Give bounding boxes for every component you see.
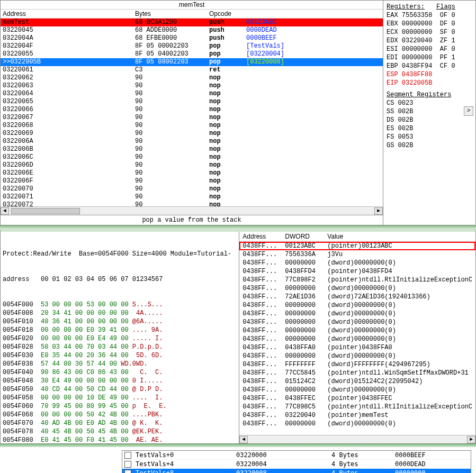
- stack-row[interactable]: 0438FF...00000000(dword)00000000(0): [239, 386, 475, 394]
- stack-row[interactable]: 0438FF...00000000(dword)00000000(0): [239, 420, 475, 428]
- disasm-row[interactable]: >>0322005B8F 05 08002203pop[03220008]: [1, 58, 383, 66]
- stack-rows[interactable]: 0438FF...00123ABC(pointer)00123ABC0438FF…: [239, 242, 475, 435]
- checkbox[interactable]: [124, 470, 131, 474]
- protect-line: Protect:Read/Write Base=0054F000 Size=40…: [3, 250, 237, 258]
- disasm-row[interactable]: 0322004A68 EFBE0000push0000BEEF: [1, 34, 383, 42]
- stack-row[interactable]: 0438FF...7556336Aj3Vu: [239, 250, 475, 259]
- register-row: EDX 03220040 ZF 1: [387, 37, 472, 45]
- segment-heading: Segment Registers: [387, 90, 472, 99]
- stack-row[interactable]: 0438FF...00000000(dword)00000000(0): [239, 318, 475, 326]
- stack-row[interactable]: 0438FF...00000000(dword)00000000(0): [239, 326, 475, 335]
- hex-row[interactable]: 0054F010 40 36 41 00 00 00 00 00 @6A....…: [3, 317, 237, 326]
- scroll-right-icon[interactable]: ►: [467, 436, 475, 443]
- disasm-row[interactable]: 0322006D90nop: [1, 161, 383, 169]
- disasm-row[interactable]: 0322006F90nop: [1, 177, 383, 185]
- register-row: EBX 00000000 DF 0: [387, 20, 472, 28]
- addrlist-row[interactable]: TestVals+4032200044 Bytes0000DEAD: [122, 460, 471, 469]
- disasm-hscroll[interactable]: ◄ ►: [1, 206, 383, 215]
- addrlist-row[interactable]: TestVals+0032200004 Bytes0000BEEF: [122, 451, 471, 460]
- stack-row[interactable]: 0438FF...0438FFD4(pointer)0438FFD4: [239, 267, 475, 276]
- stack-row[interactable]: 0438FF...03220040(pointer)memTest: [239, 411, 475, 420]
- disasm-row[interactable]: memTest68 BC3A1200push00123ABC: [1, 19, 383, 26]
- stack-row[interactable]: 0438FF...77C898C5(pointer)ntdll.RtlIniti…: [239, 403, 475, 411]
- disassembly-panel: memTest Address Bytes Opcode memTest68 B…: [1, 1, 383, 225]
- stack-row[interactable]: 0438FF...015124C2(dword)015124C2(2209504…: [239, 377, 475, 386]
- disasm-row[interactable]: 0322006990nop: [1, 130, 383, 138]
- more-button[interactable]: >: [464, 106, 473, 116]
- disasm-row[interactable]: 0322006790nop: [1, 114, 383, 122]
- stack-row[interactable]: 0438FF...0438FFA0(pointer)0438FFA0: [239, 343, 475, 352]
- disasm-row[interactable]: 0322004568 ADDE0000push0000DEAD: [1, 26, 383, 34]
- disasm-row[interactable]: 0322006590nop: [1, 98, 383, 106]
- hex-row[interactable]: 0054F080 E0 41 45 00 F0 41 45 00 AE. AE.: [3, 436, 237, 443]
- register-row: EDI 00000000 PF 1: [387, 53, 472, 62]
- checkbox[interactable]: [124, 452, 131, 459]
- register-row: ESI 00000000 AF 0: [387, 45, 472, 53]
- segment-row: ES 002B: [387, 124, 472, 133]
- hex-row[interactable]: 0054F030 E0 35 44 00 20 36 44 00 5D. 6D.: [3, 351, 237, 360]
- hexdump-panel[interactable]: Protect:Read/Write Base=0054F000 Size=40…: [1, 232, 239, 443]
- scroll-left-icon[interactable]: ◄: [239, 436, 248, 443]
- stack-row[interactable]: 0438FF...00000000(dword)00000000(0): [239, 310, 475, 318]
- register-row: EBP 0438FF94 CF 0: [387, 62, 472, 70]
- disasm-row[interactable]: 0322004F8F 05 00002203pop[TestVals]: [1, 42, 383, 50]
- disasm-row[interactable]: 0322007190nop: [1, 193, 383, 201]
- disasm-row[interactable]: 0322007290nop: [1, 201, 383, 206]
- disasm-row[interactable]: 0322006E90nop: [1, 169, 383, 177]
- hex-header: address 00 01 02 03 04 05 06 07 01234567: [3, 275, 237, 284]
- hex-row[interactable]: 0054F028 50 03 44 00 70 03 44 00 P.D.p.D…: [3, 343, 237, 351]
- segment-row: CS 0023: [387, 99, 472, 107]
- disasm-row[interactable]: 0322006B90nop: [1, 145, 383, 153]
- hex-row[interactable]: 0054F078 40 45 4B 00 50 45 4B 00 @EK.PEK…: [3, 427, 237, 436]
- segment-row: FS 0053: [387, 133, 472, 141]
- hex-row[interactable]: 0054F070 40 AD 4B 00 E0 AD 4B 00 @ K. K.: [3, 419, 237, 427]
- hex-row[interactable]: 0054F008 20 34 41 00 00 00 00 00 4A.....: [3, 309, 237, 317]
- disasm-row[interactable]: 03220061C3ret: [1, 66, 383, 74]
- disasm-row[interactable]: 0322006C90nop: [1, 153, 383, 161]
- disasm-row[interactable]: 032200558F 05 04002203pop[03220004]: [1, 50, 383, 58]
- hex-row[interactable]: 0054F038 57 44 00 30 57 44 00 WD.0WD.: [3, 360, 237, 368]
- stack-row[interactable]: 0438FF...00000000(dword)00000000(0): [239, 352, 475, 360]
- hex-row[interactable]: 0054F058 00 00 00 00 10 DE 49 00 .... I.: [3, 394, 237, 402]
- register-row: ECX 00000000 SF 0: [387, 28, 472, 37]
- scroll-right-icon[interactable]: ►: [374, 207, 383, 215]
- disasm-row[interactable]: 0322007090nop: [1, 185, 383, 193]
- register-row: EAX 75563358 OF 0: [387, 11, 472, 20]
- stack-row[interactable]: 0438FF...00123ABC(pointer)00123ABC: [239, 242, 475, 250]
- disasm-rows[interactable]: memTest68 BC3A1200push00123ABC0322004568…: [1, 19, 383, 206]
- disasm-row[interactable]: 0322006390nop: [1, 82, 383, 90]
- hex-row[interactable]: 0054F050 40 CD 44 00 50 CD 44 00 @ D.P D…: [3, 385, 237, 394]
- disasm-row[interactable]: 0322006290nop: [1, 74, 383, 82]
- segment-row: DS 002B: [387, 116, 472, 124]
- address-list[interactable]: TestVals+0032200004 Bytes0000BEEFTestVal…: [122, 450, 471, 473]
- disasm-row[interactable]: 0322006690nop: [1, 106, 383, 114]
- segment-row: SS 002B: [387, 107, 472, 116]
- hex-row[interactable]: 0054F018 00 00 00 00 E0 39 41 00 .... 9A…: [3, 326, 237, 334]
- hex-row[interactable]: 0054F020 00 00 00 00 E0 E4 49 00 ..... I…: [3, 334, 237, 343]
- stack-hscroll[interactable]: ◄ ►: [239, 435, 475, 443]
- stack-row[interactable]: 0438FF...00000000(dword)00000000(0): [239, 284, 475, 293]
- hex-row[interactable]: 0054F000 53 00 00 00 53 00 00 00 S...S..…: [3, 301, 237, 309]
- stack-row[interactable]: 0438FF...72AE1D36(dword)72AE1D36(1924013…: [239, 293, 475, 301]
- disasm-row[interactable]: 0322006490nop: [1, 90, 383, 98]
- stack-row[interactable]: 0438FF...0438FFEC(pointer)0438FFEC: [239, 394, 475, 403]
- stack-row[interactable]: 0438FF...00000000(dword)00000000(0): [239, 301, 475, 310]
- stack-row[interactable]: 0438FF...FFFFFFFF(dword)FFFFFFFF(4294967…: [239, 360, 475, 369]
- addrlist-row[interactable]: TestVals+8032200084 Bytes00000000: [122, 469, 471, 473]
- disasm-title: memTest: [1, 1, 383, 10]
- hex-row[interactable]: 0054F040 90 86 43 00 C0 86 43 00 C. C.: [3, 368, 237, 377]
- stack-row[interactable]: 0438FF...00000000(dword)00000000(0): [239, 259, 475, 267]
- disasm-row[interactable]: 0322006890nop: [1, 122, 383, 130]
- stack-row[interactable]: 0438FF...77CC5845(pointer)ntdll.WinSqmSe…: [239, 369, 475, 377]
- register-row: ESP 0438FF88: [387, 70, 472, 79]
- hex-row[interactable]: 0054F048 30 E4 49 00 00 00 00 00 0 I....…: [3, 377, 237, 385]
- disasm-row[interactable]: 0322006A90nop: [1, 138, 383, 145]
- checkbox[interactable]: [124, 461, 131, 468]
- stack-header: Address DWORD Value: [239, 232, 475, 242]
- scroll-left-icon[interactable]: ◄: [1, 207, 9, 215]
- stack-row[interactable]: 0438FF...00000000(dword)00000000(0): [239, 335, 475, 343]
- scroll-thumb[interactable]: [11, 208, 80, 214]
- hex-row[interactable]: 0054F060 70 99 45 00 80 99 45 00 p E. E.: [3, 402, 237, 411]
- hex-row[interactable]: 0054F068 00 00 00 00 50 42 4B 00 ....PBK…: [3, 411, 237, 419]
- stack-row[interactable]: 0438FF...77C898F2(pointer)ntdll.RtlIniti…: [239, 276, 475, 284]
